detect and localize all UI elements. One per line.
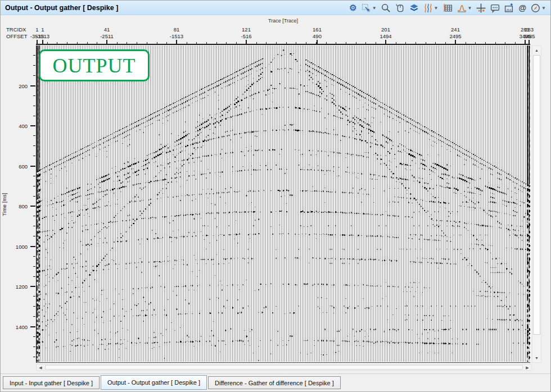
picking-crosshair-button[interactable] [476,2,486,13]
comment-icon [490,3,500,13]
trace-minor-tick [276,42,277,44]
time-major-tick [30,246,35,247]
trace-minor-tick [117,42,118,44]
tab-difference[interactable]: Difference - Gather of difference [ Desp… [208,376,341,389]
offset-tick-label: -2511 [100,33,114,39]
horizontal-scrollbar[interactable]: ◀ ▶ [36,364,532,371]
layers-button[interactable] [409,2,419,13]
scroll-down-arrow[interactable]: ▼ [532,354,541,362]
time-minor-tick [33,306,35,307]
qc-at-button[interactable]: @ [518,2,526,13]
trace-minor-tick [226,42,227,44]
qc-at-icon: @ [518,3,526,13]
time-minor-tick [33,186,35,186]
tab-output[interactable]: Output - Output gather [ Despike ] [101,375,207,390]
time-tick-label: 1000 [16,243,28,249]
trace-minor-tick [525,42,526,44]
time-minor-tick [33,347,35,347]
trace-minor-tick [246,42,247,44]
amplitude-curve-button[interactable]: ▼ [457,2,472,13]
time-minor-tick [33,176,35,176]
time-axis-title: Time [ms] [1,193,7,216]
dropdown-caret-icon[interactable]: ▼ [434,6,439,11]
time-minor-tick [33,156,35,156]
scroll-up-arrow[interactable]: ▲ [532,46,541,54]
trace-minor-tick [97,42,97,44]
offset-row-label: OFFSET [6,33,27,39]
trace-minor-tick [177,42,177,44]
trace-minor-tick [376,42,376,44]
trace-minor-tick [37,42,38,44]
trcidx-tick-label: 241 [451,26,460,33]
vertical-scroll-thumb[interactable] [533,55,540,335]
trcidx-tick-label: 1 [35,26,38,33]
trace-major-tick [42,40,43,44]
amplitude-curve-icon [457,3,467,13]
header-table-button[interactable] [443,2,453,13]
vertical-scrollbar[interactable]: ▲ ▼ [532,45,541,363]
layers-icon [409,3,419,13]
header-table-icon [443,3,453,13]
time-major-tick [30,286,35,287]
offset-tick-label: -3513 [36,33,49,39]
trace-minor-tick [107,42,107,44]
trcidx-tick-label: 161 [313,26,322,33]
time-minor-tick [33,55,35,56]
trace-minor-tick [386,42,386,44]
zoom-magnifier-button[interactable] [381,2,391,13]
time-minor-tick [33,65,35,66]
export-image-button[interactable] [504,2,514,13]
time-minor-tick [33,266,35,267]
time-tick-label: 200 [19,83,28,89]
trace-axis-title: Trace [Trace] [36,18,530,24]
time-minor-tick [33,256,35,257]
trace-minor-tick [286,42,287,44]
dropdown-caret-icon[interactable]: ▼ [541,6,546,11]
time-major-tick [30,206,35,207]
trace-minor-tick [455,42,456,44]
time-minor-tick [33,316,35,317]
trace-minor-tick [326,42,327,44]
offset-tick-label: 2495 [449,33,461,39]
time-minor-tick [33,106,35,106]
mouse-mode-button[interactable] [395,2,405,13]
time-major-tick [30,166,35,167]
scroll-right-arrow[interactable]: ▶ [523,364,531,370]
window-title: Output - Output gather [ Despike ] [1,4,118,12]
trace-minor-tick [475,42,476,44]
trace-minor-tick [515,42,516,44]
tab-input[interactable]: Input - Input gather [ Despike ] [3,376,100,389]
trace-minor-tick [396,42,396,44]
offset-tick-label: -516 [241,33,251,39]
compass-navigation-button[interactable]: ▼ [531,2,546,13]
trace-minor-tick [147,42,147,44]
seismic-gather-canvas[interactable] [37,45,530,362]
trace-minor-tick [316,42,317,44]
trace-minor-tick [77,42,78,44]
time-minor-tick [33,116,35,116]
trace-minor-tick [426,42,426,44]
trcidx-tick-label: 41 [104,26,110,33]
trace-minor-tick [445,42,446,44]
mouse-mode-icon [395,3,405,13]
dropdown-caret-icon[interactable]: ▼ [468,6,472,11]
seismic-plot-area[interactable] [36,45,530,363]
comment-button[interactable] [490,2,500,13]
trcidx-tick-label: 1 [41,26,44,33]
trace-minor-tick [157,42,157,44]
time-major-tick [30,85,35,86]
trace-minor-tick [466,42,466,44]
settings-gear-button[interactable]: ⚙ [349,2,356,13]
zoom-selection-button[interactable]: ▼ [362,2,377,13]
time-tick-label: 1400 [16,323,28,330]
trace-minor-tick [87,42,88,44]
scroll-left-arrow[interactable]: ◀ [37,364,44,370]
wiggle-display-button[interactable]: ▼ [423,2,439,13]
settings-gear-icon: ⚙ [349,3,356,13]
trace-minor-tick [356,42,356,44]
trace-minor-tick [296,42,296,44]
trcidx-row-label: TRCIDX [6,26,26,33]
dropdown-caret-icon[interactable]: ▼ [372,6,377,11]
time-tick-label: 800 [19,203,28,209]
horizontal-scroll-thumb[interactable] [45,365,523,370]
